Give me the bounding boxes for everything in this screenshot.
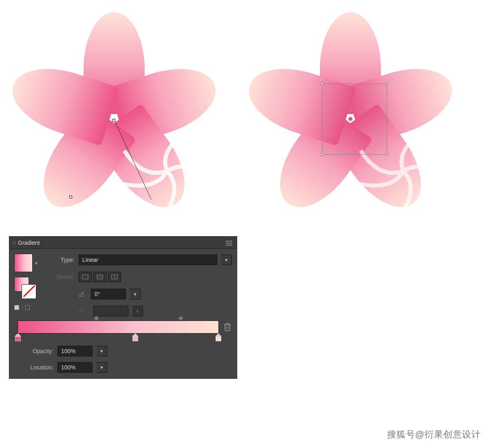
stroke-align-within[interactable] [79,272,92,282]
opacity-label: Opacity: [30,348,53,354]
watermark: 搜狐号@衍果创意设计 [387,428,481,441]
dropdown-icon[interactable]: ▼ [97,362,107,373]
selection-bounding-box[interactable] [322,83,387,155]
reverse-gradient-icon[interactable]: ↔ [14,304,30,311]
selection-handle[interactable] [386,154,388,156]
svg-rect-3 [82,275,88,279]
gradient-slider[interactable] [18,321,219,334]
swatch-dropdown-icon[interactable]: ▼ [34,261,38,266]
gradient-stop[interactable] [15,333,21,340]
gradient-stop[interactable] [132,333,139,340]
type-label: Type: [51,257,75,263]
anchor-point[interactable] [112,119,115,122]
stroke-align-across[interactable] [108,272,121,282]
collapse-icon[interactable]: ◇ [13,240,16,245]
location-input[interactable]: 100% [57,362,93,373]
panel-header[interactable]: ◇ Gradient [9,237,237,249]
stroke-swatch[interactable] [22,284,36,299]
aspect-input[interactable] [93,306,128,316]
panel-menu-icon[interactable] [225,239,233,246]
angle-icon: ◿ [79,290,87,298]
anchor-point[interactable] [69,195,72,198]
type-select[interactable]: Linear [79,255,217,265]
angle-input[interactable]: 0° [91,289,126,299]
flower-left-artwork[interactable] [16,12,212,208]
gradient-stop[interactable] [215,333,222,340]
fill-stroke-indicator[interactable] [14,277,36,299]
stroke-label: Stroke: [51,274,75,280]
dropdown-icon[interactable]: ▼ [221,255,232,265]
selection-handle[interactable] [321,82,323,85]
gradient-panel: ◇ Gradient ▼ ↔ [9,236,237,379]
gradient-swatch[interactable] [14,254,33,272]
dropdown-icon[interactable]: ▼ [130,289,141,299]
aspect-ratio-icon: ▭ [79,307,89,315]
opacity-input[interactable]: 100% [57,346,93,356]
selection-handle[interactable] [386,82,388,85]
dropdown-icon[interactable]: ▼ [132,306,143,316]
selection-handle[interactable] [321,154,323,156]
panel-title: Gradient [18,239,225,246]
artboard: ◇ Gradient ▼ ↔ [0,0,489,448]
delete-stop-icon[interactable] [223,323,232,332]
location-label: Location: [30,364,53,371]
stroke-align-along[interactable] [93,272,106,282]
dropdown-icon[interactable]: ▼ [97,346,107,356]
